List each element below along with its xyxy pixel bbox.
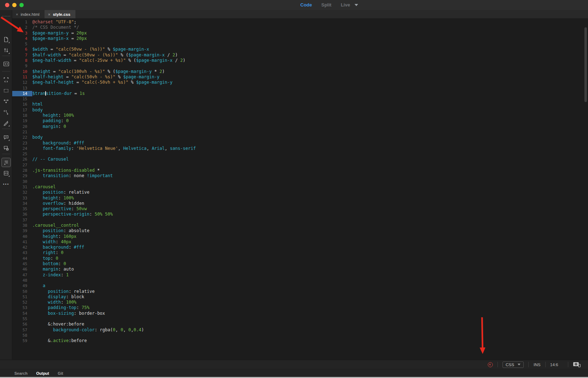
panel-tab-output[interactable]: Output	[36, 371, 49, 375]
toolbar-grip-handle[interactable]	[2, 16, 10, 17]
panel-tab-git[interactable]: Git	[58, 371, 63, 375]
code-line[interactable]: 39 position: absolute	[12, 228, 588, 234]
toolbar-more-button[interactable]: •••	[0, 182, 12, 186]
code-line[interactable]: 55	[12, 316, 588, 322]
code-line[interactable]: 57 background-color: rgba(0, 0, 0,0.4)	[12, 327, 588, 333]
live-view-button[interactable]: Live	[341, 2, 350, 8]
tab-index-html[interactable]: × index.html	[12, 10, 45, 18]
code-line[interactable]: 10$height = "calc(100vh - %s)" % ($page-…	[12, 69, 588, 74]
insert-mode-indicator[interactable]: INS	[533, 363, 540, 367]
code-line[interactable]: 2/* CSS Document */	[12, 25, 588, 30]
close-tab-icon[interactable]: ×	[48, 12, 50, 17]
code-line[interactable]: 44 top: 0	[12, 256, 588, 261]
panel-tab-search[interactable]: Search	[14, 371, 28, 375]
close-window-button[interactable]	[5, 3, 9, 7]
line-number: 56	[12, 322, 32, 327]
code-line[interactable]: 38.carousel__control	[12, 223, 588, 228]
zoom-window-button[interactable]	[19, 3, 24, 7]
code-block-icon[interactable]	[2, 169, 10, 178]
select-code-icon[interactable]	[2, 108, 10, 116]
code-line[interactable]: 45 bottom: 0	[12, 261, 588, 267]
code-line[interactable]: 20 margin: 0	[12, 124, 588, 129]
wrap-tag-icon[interactable]	[2, 97, 10, 106]
live-view-dropdown-icon[interactable]	[355, 4, 358, 6]
snippet-pen-icon[interactable]	[2, 119, 10, 127]
code-line[interactable]: 16html	[12, 102, 588, 107]
vertical-scrollbar[interactable]	[584, 27, 587, 102]
format-source-icon[interactable]	[2, 158, 10, 167]
code-line[interactable]: 53 padding-top: 75%	[12, 305, 588, 310]
line-number: 52	[12, 300, 32, 305]
code-line[interactable]: 24 font-family: 'Helvetica Neue', Helvet…	[12, 146, 588, 151]
code-line[interactable]: 41 width: 40px	[12, 239, 588, 245]
minimize-window-button[interactable]	[12, 3, 17, 7]
code-line[interactable]: 27	[12, 162, 588, 168]
code-line[interactable]: 26// -- Carousel	[12, 157, 588, 162]
line-number: 23	[12, 140, 32, 146]
code-line[interactable]: 56 &:hover:before	[12, 322, 588, 327]
code-line[interactable]: 30	[12, 179, 588, 184]
code-line[interactable]: 37	[12, 217, 588, 223]
code-line[interactable]: 32 position: relative	[12, 190, 588, 195]
code-line[interactable]: 21	[12, 129, 588, 135]
error-circle-x-icon[interactable]	[488, 362, 493, 367]
code-line[interactable]: 40 height: 160px	[12, 234, 588, 239]
code-line[interactable]: 12$neg-half-height = "calc(-50vh + %s)" …	[12, 80, 588, 85]
code-line[interactable]: 34 overflow: hidden	[12, 201, 588, 206]
code-line[interactable]: 22body	[12, 135, 588, 140]
split-view-button[interactable]: Split	[321, 2, 332, 8]
apply-comment-icon[interactable]	[2, 133, 10, 142]
device-preview-icon[interactable]	[573, 362, 581, 368]
code-view-icon[interactable]	[2, 60, 10, 68]
line-number: 33	[12, 195, 32, 201]
code-line[interactable]: 58	[12, 333, 588, 338]
code-line[interactable]: 52 width: 100%	[12, 300, 588, 305]
code-line[interactable]: 3$page-margin-y = 20px	[12, 31, 588, 36]
code-view-button[interactable]: Code	[300, 2, 312, 8]
code-line[interactable]: 8$neg-half-width = "calc(-25vw + %s)" % …	[12, 58, 588, 63]
code-line[interactable]: 35 perspective: 50vw	[12, 206, 588, 212]
code-line[interactable]: 49 a	[12, 283, 588, 289]
remove-comment-icon[interactable]	[2, 144, 10, 152]
code-line[interactable]: 11$half-height = "calc(50vh - %s)" % $pa…	[12, 74, 588, 80]
code-line[interactable]: 28.js-transitions-disabled *	[12, 168, 588, 173]
select-region-icon[interactable]	[2, 86, 10, 95]
code-line[interactable]: 31.carousel	[12, 184, 588, 190]
code-line[interactable]: 14$transition-dur = 1s	[12, 91, 588, 96]
code-line[interactable]: 54 box-sizing: border-box	[12, 311, 588, 316]
code-line[interactable]: 9	[12, 63, 588, 69]
code-line[interactable]: 15	[12, 96, 588, 102]
code-line[interactable]: 6$width = "calc(50vw - (%s))" % $page-ma…	[12, 47, 588, 52]
code-line[interactable]: 43 right: 0	[12, 250, 588, 255]
code-line[interactable]: 33 height: 100%	[12, 195, 588, 201]
code-line[interactable]: 51 display: block	[12, 294, 588, 300]
code-line[interactable]: 4$page-margin-x = 20px	[12, 36, 588, 41]
code-line[interactable]: 59 &.active:before	[12, 338, 588, 344]
code-line[interactable]: 46 margin: auto	[12, 267, 588, 272]
code-line[interactable]: 47 z-index: 1	[12, 272, 588, 278]
code-line[interactable]: 19 padding: 0	[12, 118, 588, 124]
code-line[interactable]: 25	[12, 151, 588, 157]
line-number: 12	[12, 80, 32, 85]
code-line[interactable]: 48	[12, 278, 588, 283]
code-line[interactable]: 50 position: relative	[12, 289, 588, 294]
new-document-icon[interactable]	[2, 35, 10, 44]
sort-lines-icon[interactable]	[2, 46, 10, 55]
code-line[interactable]: 29 transition: none !important	[12, 173, 588, 179]
code-line[interactable]: 17body	[12, 107, 588, 113]
code-line[interactable]: 18 height: 100%	[12, 113, 588, 118]
filetype-value: CSS	[506, 363, 514, 367]
line-number: 49	[12, 283, 32, 289]
code-line[interactable]: 23 background: #fff	[12, 140, 588, 146]
code-line[interactable]: 36 perspective-origin: 50% 50%	[12, 212, 588, 217]
tab-style-css[interactable]: × style.css	[45, 10, 75, 18]
code-line[interactable]: 5	[12, 41, 588, 47]
code-line[interactable]: 42 background: #fff	[12, 245, 588, 250]
expand-code-icon[interactable]	[2, 75, 10, 84]
code-line[interactable]: 1@charset "UTF-8";	[12, 19, 588, 25]
filetype-select[interactable]: CSS	[503, 361, 524, 368]
code-editor[interactable]: 1@charset "UTF-8";2/* CSS Document */3$p…	[12, 19, 588, 360]
code-line[interactable]: 13	[12, 86, 588, 91]
code-line[interactable]: 7$half-width = "calc(50vw - (%s))" % ($p…	[12, 52, 588, 58]
close-tab-icon[interactable]: ×	[16, 12, 18, 17]
